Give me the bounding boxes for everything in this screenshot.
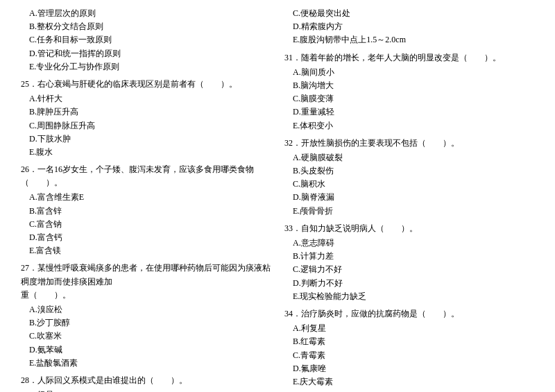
list-item: D.重量减轻 — [284, 105, 534, 119]
question-27: 27．某慢性呼吸衰竭痰多的患者，在使用哪种药物后可能因为痰液粘稠度增加而使排痰困… — [21, 262, 271, 370]
list-item: D.精索腹内方 — [284, 20, 534, 33]
question-title: 34．治疗肠炎时，应做的抗腐药物是（ ）。 — [284, 307, 534, 321]
list-item: D.判断力不好 — [284, 277, 534, 290]
list-item: C.富含钠 — [21, 218, 271, 231]
list-item: A.硬脑膜破裂 — [284, 151, 534, 164]
list-item: C.周围静脉压升高 — [21, 119, 271, 133]
list-item: D.氟康唑 — [284, 362, 534, 375]
list-item: E.富含镁 — [21, 244, 271, 257]
question-33: 33．自知力缺乏说明病人（ ）。 A.意志障碍 B.计算力差 C.逻辑力不好 D… — [284, 222, 534, 303]
list-item: D.下肢水肿 — [21, 133, 271, 146]
question-title: 27．某慢性呼吸衰竭痰多的患者，在使用哪种药物后可能因为痰液粘稠度增加而使排痰困… — [21, 262, 271, 302]
list-item: E.盐酸氯酒素 — [21, 357, 271, 370]
right-intro-block: C.便秘最突出处 D.精索腹内方 E.腹股沟韧带中点上1.5～2.0cm — [284, 7, 534, 47]
question-25: 25．右心衰竭与肝硬化的临床表现区别是前者有（ ）。 A.针杆大 B.脾肿压升高… — [21, 78, 271, 159]
list-item: C.脑膜变薄 — [284, 92, 534, 105]
list-item: C.便秘最突出处 — [284, 7, 534, 20]
list-item: A.溴应松 — [21, 303, 271, 316]
list-item: D.脑脊液漏 — [284, 191, 534, 204]
left-column: A.管理层次的原则 B.整权分文结合原则 C.任务和目标一致原则 D.管记和统一… — [21, 7, 271, 392]
list-item: D.氨苯碱 — [21, 343, 271, 357]
list-item: C.任务和目标一致原则 — [21, 33, 271, 46]
list-item: A.利复星 — [284, 322, 534, 335]
list-item: B.脑沟增大 — [284, 79, 534, 92]
question-title: 33．自知力缺乏说明病人（ ）。 — [284, 222, 534, 235]
list-item: B.脾肿压升高 — [21, 105, 271, 119]
list-item: E.现实检验能力缺乏 — [284, 290, 534, 303]
two-column-layout: A.管理层次的原则 B.整权分文结合原则 C.任务和目标一致原则 D.管记和统一… — [21, 7, 534, 392]
list-item: D.富含钙 — [21, 231, 271, 244]
list-item: C.逻辑力不好 — [284, 263, 534, 276]
list-item: C.吹塞米 — [21, 330, 271, 343]
list-item: B.计算力差 — [284, 250, 534, 263]
list-item: A.意志障碍 — [284, 237, 534, 250]
list-item: E.专业化分工与协作原则 — [21, 60, 271, 74]
list-item: C.青霉素 — [284, 349, 534, 362]
list-item: E.腹水 — [21, 146, 271, 159]
list-item: D.管记和统一指挥的原则 — [21, 47, 271, 60]
question-32: 32．开放性脑损伤的主要表现不包括（ ）。 A.硬脑膜破裂 B.头皮裂伤 C.脑… — [284, 137, 534, 218]
list-item: B.红霉素 — [284, 335, 534, 348]
list-item: A.富含维生素E — [21, 191, 271, 204]
list-item: A.纽曼 — [21, 389, 271, 392]
list-item: B.头皮裂伤 — [284, 164, 534, 178]
question-title: 32．开放性脑损伤的主要表现不包括（ ）。 — [284, 137, 534, 150]
list-item: B.沙丁胺醇 — [21, 316, 271, 330]
left-intro-block: A.管理层次的原则 B.整权分文结合原则 C.任务和目标一致原则 D.管记和统一… — [21, 7, 271, 74]
list-item: A.脑间质小 — [284, 66, 534, 79]
question-34: 34．治疗肠炎时，应做的抗腐药物是（ ）。 A.利复星 B.红霉素 C.青霉素 … — [284, 307, 534, 389]
list-item: C.脑积水 — [284, 178, 534, 191]
question-title: 25．右心衰竭与肝硬化的临床表现区别是前者有（ ）。 — [21, 78, 271, 91]
list-item: E.庆大霉素 — [284, 375, 534, 389]
list-item: A.针杆大 — [21, 92, 271, 105]
question-26: 26．一名16岁女生，个子矮、腹泻未发育，应该多食用哪类食物（ ）。 A.富含维… — [21, 163, 271, 257]
question-31: 31．随着年龄的增长，老年人大脑的明显改变是（ ）。 A.脑间质小 B.脑沟增大… — [284, 51, 534, 133]
list-item: A.管理层次的原则 — [21, 7, 271, 20]
list-item: E.体积变小 — [284, 119, 534, 133]
list-item: B.富含锌 — [21, 205, 271, 218]
list-item: E.腹股沟韧带中点上1.5～2.0cm — [284, 33, 534, 46]
question-title: 31．随着年龄的增长，老年人大脑的明显改变是（ ）。 — [284, 51, 534, 65]
question-28: 28．人际回义系模式是由谁提出的（ ）。 A.纽曼 B.纽曼 C.奥瑞姆 D.罗… — [21, 374, 271, 392]
question-title: 28．人际回义系模式是由谁提出的（ ）。 — [21, 374, 271, 387]
list-item: B.整权分文结合原则 — [21, 20, 271, 33]
list-item: E.颅骨骨折 — [284, 205, 534, 218]
question-title: 26．一名16岁女生，个子矮、腹泻未发育，应该多食用哪类食物（ ）。 — [21, 163, 271, 189]
page-container: A.管理层次的原则 B.整权分文结合原则 C.任务和目标一致原则 D.管记和统一… — [0, 0, 555, 392]
right-column: C.便秘最突出处 D.精索腹内方 E.腹股沟韧带中点上1.5～2.0cm 31．… — [284, 7, 534, 392]
